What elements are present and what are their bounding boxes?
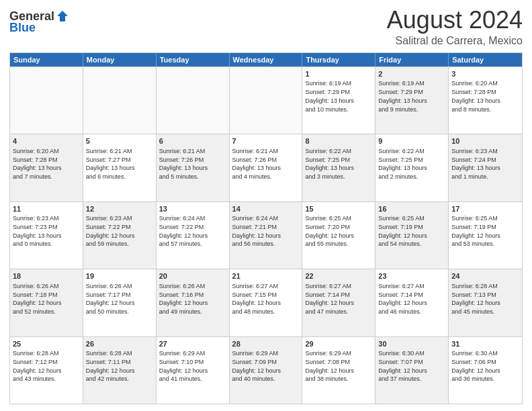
cell-text: Sunrise: 6:23 AM Sunset: 7:23 PM Dayligh… — [13, 215, 62, 247]
cell-text: Sunrise: 6:28 AM Sunset: 7:13 PM Dayligh… — [451, 283, 500, 315]
cell-text: Sunrise: 6:21 AM Sunset: 7:26 PM Dayligh… — [159, 148, 208, 180]
day-number: 21 — [232, 271, 300, 281]
title-block: August 2024 Salitral de Carrera, Mexico — [387, 7, 523, 47]
cell-text: Sunrise: 6:19 AM Sunset: 7:29 PM Dayligh… — [305, 80, 354, 112]
header-day-monday: Monday — [83, 53, 157, 66]
calendar-cell: 3Sunrise: 6:20 AM Sunset: 7:28 PM Daylig… — [449, 67, 522, 134]
day-number: 22 — [305, 271, 372, 281]
header-day-friday: Friday — [375, 53, 449, 66]
calendar-cell: 11Sunrise: 6:23 AM Sunset: 7:23 PM Dayli… — [10, 202, 83, 269]
day-number: 25 — [13, 339, 80, 349]
calendar-cell: 5Sunrise: 6:21 AM Sunset: 7:27 PM Daylig… — [83, 134, 157, 201]
cell-text: Sunrise: 6:22 AM Sunset: 7:25 PM Dayligh… — [378, 148, 427, 180]
cell-text: Sunrise: 6:26 AM Sunset: 7:18 PM Dayligh… — [13, 283, 62, 315]
cell-text: Sunrise: 6:19 AM Sunset: 7:29 PM Dayligh… — [378, 80, 427, 112]
calendar-cell: 9Sunrise: 6:22 AM Sunset: 7:25 PM Daylig… — [375, 134, 449, 201]
calendar-cell: 30Sunrise: 6:30 AM Sunset: 7:07 PM Dayli… — [375, 337, 449, 404]
cell-text: Sunrise: 6:26 AM Sunset: 7:17 PM Dayligh… — [86, 283, 135, 315]
header-day-saturday: Saturday — [449, 53, 522, 66]
svg-marker-0 — [57, 11, 68, 21]
calendar-cell — [83, 67, 157, 134]
day-number: 4 — [13, 136, 80, 146]
calendar-row-0: 1Sunrise: 6:19 AM Sunset: 7:29 PM Daylig… — [10, 66, 522, 134]
day-number: 28 — [232, 339, 300, 349]
calendar-cell — [230, 67, 303, 134]
calendar-cell: 24Sunrise: 6:28 AM Sunset: 7:13 PM Dayli… — [449, 269, 522, 336]
cell-text: Sunrise: 6:22 AM Sunset: 7:25 PM Dayligh… — [305, 148, 354, 180]
cell-text: Sunrise: 6:23 AM Sunset: 7:22 PM Dayligh… — [86, 215, 135, 247]
cell-text: Sunrise: 6:21 AM Sunset: 7:26 PM Dayligh… — [232, 148, 281, 180]
header-day-tuesday: Tuesday — [157, 53, 230, 66]
calendar-cell: 1Sunrise: 6:19 AM Sunset: 7:29 PM Daylig… — [302, 67, 375, 134]
day-number: 5 — [86, 136, 153, 146]
calendar-cell: 8Sunrise: 6:22 AM Sunset: 7:25 PM Daylig… — [302, 134, 375, 201]
page: General Blue August 2024 Salitral de Car… — [0, 0, 532, 411]
calendar-cell: 7Sunrise: 6:21 AM Sunset: 7:26 PM Daylig… — [230, 134, 303, 201]
day-number: 15 — [305, 204, 372, 214]
cell-text: Sunrise: 6:27 AM Sunset: 7:14 PM Dayligh… — [305, 283, 354, 315]
cell-text: Sunrise: 6:23 AM Sunset: 7:24 PM Dayligh… — [451, 148, 500, 180]
calendar-row-1: 4Sunrise: 6:20 AM Sunset: 7:28 PM Daylig… — [10, 134, 522, 201]
day-number: 3 — [451, 69, 519, 79]
calendar-row-2: 11Sunrise: 6:23 AM Sunset: 7:23 PM Dayli… — [10, 201, 522, 269]
calendar-cell: 22Sunrise: 6:27 AM Sunset: 7:14 PM Dayli… — [302, 269, 375, 336]
day-number: 30 — [378, 339, 445, 349]
cell-text: Sunrise: 6:25 AM Sunset: 7:19 PM Dayligh… — [378, 215, 427, 247]
cell-text: Sunrise: 6:27 AM Sunset: 7:15 PM Dayligh… — [232, 283, 281, 315]
calendar-cell: 25Sunrise: 6:28 AM Sunset: 7:12 PM Dayli… — [10, 337, 83, 404]
day-number: 1 — [305, 69, 372, 79]
header-day-sunday: Sunday — [10, 53, 83, 66]
day-number: 17 — [451, 204, 519, 214]
cell-text: Sunrise: 6:27 AM Sunset: 7:14 PM Dayligh… — [378, 283, 427, 315]
cell-text: Sunrise: 6:29 AM Sunset: 7:10 PM Dayligh… — [159, 350, 208, 382]
day-number: 12 — [86, 204, 153, 214]
calendar-cell — [157, 67, 230, 134]
day-number: 11 — [13, 204, 80, 214]
day-number: 14 — [232, 204, 300, 214]
cell-text: Sunrise: 6:30 AM Sunset: 7:07 PM Dayligh… — [378, 350, 427, 382]
cell-text: Sunrise: 6:20 AM Sunset: 7:28 PM Dayligh… — [13, 148, 62, 180]
day-number: 29 — [305, 339, 372, 349]
day-number: 6 — [159, 136, 226, 146]
location-title: Salitral de Carrera, Mexico — [387, 35, 523, 47]
day-number: 2 — [378, 69, 445, 79]
day-number: 16 — [378, 204, 445, 214]
calendar-cell: 2Sunrise: 6:19 AM Sunset: 7:29 PM Daylig… — [375, 67, 449, 134]
calendar-cell: 19Sunrise: 6:26 AM Sunset: 7:17 PM Dayli… — [83, 269, 157, 336]
header-day-wednesday: Wednesday — [230, 53, 303, 66]
cell-text: Sunrise: 6:24 AM Sunset: 7:22 PM Dayligh… — [159, 215, 208, 247]
calendar-row-4: 25Sunrise: 6:28 AM Sunset: 7:12 PM Dayli… — [10, 336, 522, 404]
calendar-cell: 28Sunrise: 6:29 AM Sunset: 7:09 PM Dayli… — [230, 337, 303, 404]
calendar-cell: 4Sunrise: 6:20 AM Sunset: 7:28 PM Daylig… — [10, 134, 83, 201]
calendar-cell: 23Sunrise: 6:27 AM Sunset: 7:14 PM Dayli… — [375, 269, 449, 336]
calendar-cell: 27Sunrise: 6:29 AM Sunset: 7:10 PM Dayli… — [157, 337, 230, 404]
day-number: 27 — [159, 339, 226, 349]
day-number: 13 — [159, 204, 226, 214]
calendar-cell: 13Sunrise: 6:24 AM Sunset: 7:22 PM Dayli… — [157, 202, 230, 269]
day-number: 18 — [13, 271, 80, 281]
calendar-cell: 31Sunrise: 6:30 AM Sunset: 7:06 PM Dayli… — [449, 337, 522, 404]
calendar-header: SundayMondayTuesdayWednesdayThursdayFrid… — [10, 53, 522, 66]
calendar-cell — [10, 67, 83, 134]
day-number: 23 — [378, 271, 445, 281]
calendar-body: 1Sunrise: 6:19 AM Sunset: 7:29 PM Daylig… — [10, 66, 522, 404]
day-number: 20 — [159, 271, 226, 281]
day-number: 26 — [86, 339, 153, 349]
calendar-cell: 29Sunrise: 6:29 AM Sunset: 7:08 PM Dayli… — [302, 337, 375, 404]
day-number: 9 — [378, 136, 445, 146]
cell-text: Sunrise: 6:24 AM Sunset: 7:21 PM Dayligh… — [232, 215, 281, 247]
calendar-cell: 14Sunrise: 6:24 AM Sunset: 7:21 PM Dayli… — [230, 202, 303, 269]
cell-text: Sunrise: 6:21 AM Sunset: 7:27 PM Dayligh… — [86, 148, 135, 180]
calendar-cell: 21Sunrise: 6:27 AM Sunset: 7:15 PM Dayli… — [230, 269, 303, 336]
calendar-cell: 6Sunrise: 6:21 AM Sunset: 7:26 PM Daylig… — [157, 134, 230, 201]
calendar-cell: 10Sunrise: 6:23 AM Sunset: 7:24 PM Dayli… — [449, 134, 522, 201]
logo-icon — [56, 9, 69, 23]
cell-text: Sunrise: 6:26 AM Sunset: 7:16 PM Dayligh… — [159, 283, 208, 315]
cell-text: Sunrise: 6:28 AM Sunset: 7:11 PM Dayligh… — [86, 350, 135, 382]
month-title: August 2024 — [387, 7, 523, 34]
cell-text: Sunrise: 6:30 AM Sunset: 7:06 PM Dayligh… — [451, 350, 500, 382]
day-number: 31 — [451, 339, 519, 349]
cell-text: Sunrise: 6:28 AM Sunset: 7:12 PM Dayligh… — [13, 350, 62, 382]
calendar-cell: 17Sunrise: 6:25 AM Sunset: 7:19 PM Dayli… — [449, 202, 522, 269]
day-number: 19 — [86, 271, 153, 281]
